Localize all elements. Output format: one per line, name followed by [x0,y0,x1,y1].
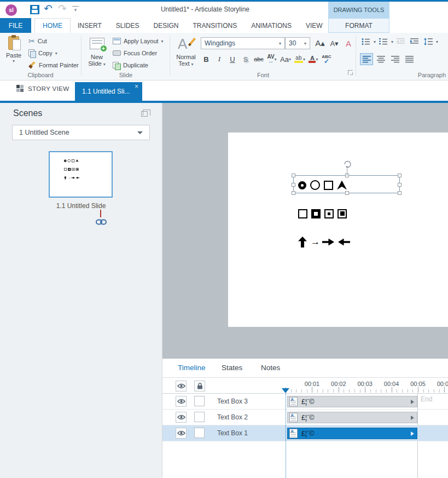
bar-extend-arrow-icon[interactable] [411,416,414,420]
resize-handle-se[interactable] [398,191,402,195]
resize-handle-e[interactable] [398,183,402,187]
bar-text-label: £¦¨© [301,414,315,422]
toggle-all-visibility-button[interactable] [176,381,187,391]
increase-indent-button[interactable] [409,36,421,47]
tab-transitions[interactable]: TRANSITIONS [186,18,245,33]
dropdown-caret-icon[interactable]: ▾ [436,39,438,44]
timeline-row[interactable]: Text Box 3£¦¨© [162,394,448,410]
timeline-row[interactable]: Text Box 1£¦¨© [162,425,448,441]
dropdown-caret-icon[interactable]: ▾ [391,39,393,44]
tab-story-view[interactable]: STORY VIEW [16,85,69,92]
shrink-font-button[interactable]: A▾ [329,38,339,49]
collapse-panel-icon[interactable] [141,111,148,117]
lock-icon [197,383,203,389]
scene-select-dropdown[interactable]: 1 Untitled Scene [12,125,150,140]
copy-button[interactable]: Copy ▾ [28,48,57,58]
highlight-color-swatch [294,61,303,63]
font-dialog-launcher-icon[interactable] [348,70,353,75]
resize-handle-w[interactable] [292,183,295,187]
lock-checkbox[interactable] [194,396,205,406]
text-shadow-button[interactable]: S [241,54,251,65]
slide-editing-surface[interactable]: → [228,133,448,327]
cut-button[interactable]: ✂ Cut [28,36,47,46]
strikethrough-button[interactable]: abc [254,54,264,65]
dropdown-caret-icon: ▾ [289,57,291,62]
paste-button[interactable]: Paste ▾ [2,34,25,71]
timeline-tab-notes[interactable]: Notes [261,364,280,372]
dropdown-caret-icon[interactable]: ▾ [374,39,376,44]
playhead-marker[interactable] [282,388,289,393]
underline-button[interactable]: U [228,54,237,65]
normal-text-button[interactable]: A Normal Text ▾ [173,34,199,71]
tab-design[interactable]: DESIGN [146,18,185,33]
font-name-combobox[interactable]: Wingdings ▾ [201,37,285,49]
timeline-rows: Text Box 3£¦¨©Text Box 2£¦¨©Text Box 1£¦… [162,394,448,441]
tab-view[interactable]: VIEW [299,18,330,33]
italic-button[interactable]: I [214,54,224,65]
visibility-toggle-button[interactable] [176,428,187,439]
lock-all-button[interactable] [194,381,205,391]
timeline-object-bar[interactable]: £¦¨© [287,412,417,423]
clear-formatting-button[interactable]: A [344,38,353,49]
tab-animations[interactable]: ANIMATIONS [244,18,299,33]
arrow-left-bold-glyph [338,239,350,246]
bar-extend-arrow-icon[interactable] [411,400,414,404]
tab-insert[interactable]: INSERT [71,18,109,33]
duplicate-icon [113,62,120,69]
ring-glyph [64,159,67,162]
scenes-panel-title: Scenes [13,108,42,118]
format-painter-button[interactable]: Format Painter [28,60,79,70]
spelling-button[interactable]: ABC ✓ [322,54,331,65]
close-icon[interactable]: × [135,83,138,90]
font-size-combobox[interactable]: 30 ▾ [285,37,310,49]
bold-button[interactable]: B [201,54,211,65]
resize-handle-sw[interactable] [292,191,295,195]
font-color-button[interactable]: A ▾ [309,54,318,65]
slide-thumbnail[interactable]: → [49,151,113,198]
align-center-button[interactable] [374,53,387,65]
tab-slides[interactable]: SLIDES [109,18,147,33]
align-right-button[interactable] [388,53,402,65]
timeline-object-bar[interactable]: £¦¨© [287,396,417,407]
resize-handle-s[interactable] [345,191,349,195]
align-left-button[interactable] [360,53,373,65]
paste-clipboard-icon [8,36,19,50]
tab-home[interactable]: HOME [34,18,71,33]
selection-bounding-box[interactable] [293,175,400,193]
resize-handle-ne[interactable] [398,174,402,177]
timeline-object-bar[interactable]: £¦¨© [287,428,417,439]
object-name-label: Text Box 1 [217,429,248,437]
undo-icon[interactable]: ↶ [44,2,53,15]
line-spacing-button[interactable] [422,36,434,47]
timeline-row[interactable]: Text Box 2£¦¨© [162,410,448,425]
visibility-toggle-button[interactable] [176,412,187,423]
eye-icon [177,399,185,404]
change-case-button[interactable]: Aa ▾ [280,54,291,65]
ruler-label: 00:02 [331,381,346,387]
bullet-list-button[interactable] [360,36,372,47]
resize-handle-nw[interactable] [292,174,295,177]
rotate-handle-icon[interactable] [342,159,352,169]
visibility-toggle-button[interactable] [176,396,187,407]
timeline-tab-timeline[interactable]: Timeline [178,364,206,372]
new-slide-button[interactable]: + New Slide ▾ [84,34,109,71]
quick-access-customize-icon[interactable]: ▾ [72,6,79,13]
lock-checkbox[interactable] [194,412,205,422]
apply-layout-button[interactable]: Apply Layout ▾ [113,36,164,46]
new-slide-icon: + [90,38,104,49]
focus-order-button[interactable]: Focus Order [113,48,157,58]
lock-checkbox[interactable] [194,428,205,438]
bar-extend-arrow-icon[interactable] [411,431,414,436]
duplicate-button[interactable]: Duplicate [113,60,148,70]
scene-dropdown-value: 1 Untitled Scene [19,129,69,136]
text-highlight-button[interactable]: ab ▾ [294,54,305,65]
tab-file[interactable]: FILE [0,18,31,33]
tab-slide-document[interactable]: 1.1 Untitled Sli... × [75,82,142,101]
timeline-tab-states[interactable]: States [222,364,242,372]
save-icon[interactable] [30,5,39,14]
character-spacing-button[interactable]: AV↔ ▾ [267,54,277,65]
numbered-list-button[interactable] [377,36,389,47]
tab-format[interactable]: FORMAT [328,18,389,33]
align-justify-button[interactable] [403,53,416,65]
grow-font-button[interactable]: A▴ [315,38,325,49]
